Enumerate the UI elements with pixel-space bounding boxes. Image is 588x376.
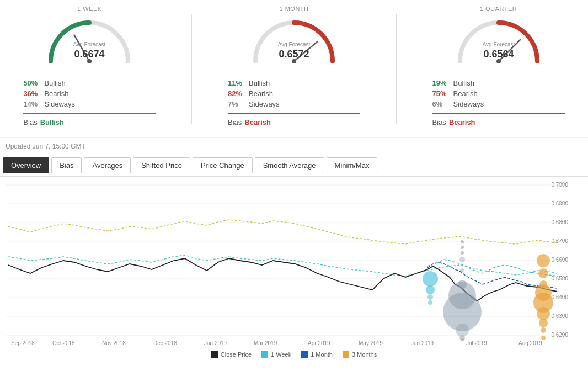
svg-point-48 [541,327,546,333]
svg-text:Jan 2019: Jan 2019 [204,340,227,346]
card-separator [191,14,192,124]
tabs-section: OverviewBiasAveragesShifted PricePrice C… [0,155,588,177]
svg-text:Mar 2019: Mar 2019 [254,340,277,346]
legend-label-close-price: Close Price [221,351,252,358]
bias-static-1quarter: Bias [432,118,446,126]
bias-static-1week: Bias [23,118,37,126]
period-label-1week: 1 WEEK [77,6,102,12]
top-section: 1 WEEK Avg Forecast 0.6674 50% Bullish 3… [0,0,588,138]
svg-point-59 [461,251,464,255]
bias-value-1week: Bullish [40,118,64,126]
svg-point-58 [461,246,464,249]
svg-point-9 [496,59,501,63]
bias-static-1month: Bias [228,118,242,126]
bullish-pct-1quarter: 19% [432,79,453,87]
svg-point-1 [87,59,92,63]
tab-minim-max[interactable]: Minim/Max [327,157,378,173]
bullish-pct-1week: 50% [23,79,44,87]
legend-label-1week: 1 Week [271,351,291,358]
card-separator [396,14,397,124]
tab-overview[interactable]: Overview [3,157,49,173]
bias-value-1month: Bearish [244,118,271,126]
bias-value-1quarter: Bearish [449,118,475,126]
svg-text:Avg Forecast: Avg Forecast [278,41,311,47]
sideways-label-1quarter: Sideways [453,100,484,108]
svg-text:Avg Forecast: Avg Forecast [482,41,515,47]
sideways-pct-1week: 14% [23,100,44,108]
svg-point-57 [461,240,464,243]
legend-color-1month [301,351,308,358]
bearish-label-1week: Bearish [44,89,68,98]
svg-point-62 [426,285,435,294]
chart-area: 0.7000 0.6900 0.6800 0.6700 0.6600 0.650… [0,177,588,348]
legend-item-3months: 3 Months [343,351,377,358]
legend-label-3months: 3 Months [352,351,377,358]
bullish-label-1month: Bullish [249,79,270,87]
gauge-card-1week: 1 WEEK Avg Forecast 0.6674 50% Bullish 3… [12,6,167,132]
gauge-card-1quarter: 1 QUARTER Avg Forecast 0.6564 19% Bullis… [421,6,576,132]
tab-averages[interactable]: Averages [84,157,131,173]
svg-text:0.6564: 0.6564 [483,49,514,60]
tab-price-change[interactable]: Price Change [193,157,253,173]
svg-text:Jun 2019: Jun 2019 [411,340,434,346]
legend-color-1week [261,351,268,358]
bullish-label-1quarter: Bullish [453,79,474,87]
sideways-pct-1quarter: 6% [432,100,453,108]
svg-text:Nov 2018: Nov 2018 [102,340,126,346]
legend-color-close-price [211,351,218,358]
legend-color-3months [343,351,349,358]
svg-text:Aug 2019: Aug 2019 [518,340,542,346]
legend-bar: Close Price 1 Week 1 Month 3 Months [0,348,588,361]
svg-point-46 [537,307,550,320]
bearish-pct-1month: 82% [228,89,249,98]
tab-bias[interactable]: Bias [51,157,82,173]
tab-smooth-average[interactable]: Smooth Average [255,157,324,173]
svg-text:Avg Forecast: Avg Forecast [73,41,106,47]
gauge-svg-1quarter: Avg Forecast 0.6564 [449,14,548,71]
gauge-svg-1month: Avg Forecast 0.6572 [244,14,344,71]
bearish-label-1month: Bearish [249,89,273,98]
svg-point-56 [460,268,464,273]
svg-point-60 [461,338,464,341]
svg-text:Jul 2019: Jul 2019 [466,340,487,346]
bullish-pct-1month: 11% [228,79,249,87]
svg-point-63 [427,294,433,300]
svg-point-5 [292,59,296,63]
legend-item-1month: 1 Month [301,351,333,358]
gauge-svg-1week: Avg Forecast 0.6674 [40,14,139,71]
bearish-label-1quarter: Bearish [453,89,478,98]
period-label-1quarter: 1 QUARTER [480,6,517,12]
legend-item-close-price: Close Price [211,351,252,358]
gauge-card-1month: 1 MONTH Avg Forecast 0.6572 11% Bullish … [217,6,371,132]
svg-text:Oct 2018: Oct 2018 [52,340,75,346]
period-label-1month: 1 MONTH [279,6,308,12]
sideways-pct-1month: 7% [228,100,249,108]
svg-text:May 2019: May 2019 [359,340,383,346]
sideways-label-1month: Sideways [249,100,280,108]
svg-point-49 [541,336,546,340]
svg-point-41 [537,254,550,267]
svg-text:Apr 2019: Apr 2019 [308,340,330,346]
svg-text:Dec 2018: Dec 2018 [153,340,177,346]
legend-item-1week: 1 Week [261,351,291,358]
svg-point-55 [459,257,465,262]
svg-point-61 [423,271,438,287]
svg-point-53 [456,324,469,337]
bearish-pct-1week: 36% [23,89,44,98]
bullish-label-1week: Bullish [44,79,65,87]
legend-label-1month: 1 Month [311,351,333,358]
bearish-pct-1quarter: 75% [432,89,453,98]
sideways-label-1week: Sideways [44,100,75,108]
svg-point-42 [538,268,548,278]
svg-text:0.6674: 0.6674 [74,49,105,60]
updated-text: Updated Jun 7, 15:00 GMT [0,138,588,155]
tab-shifted-price[interactable]: Shifted Price [133,157,190,173]
svg-text:0.6572: 0.6572 [279,49,309,60]
svg-text:Sep 2018: Sep 2018 [11,340,35,346]
svg-point-64 [428,300,432,305]
svg-point-47 [539,319,548,327]
